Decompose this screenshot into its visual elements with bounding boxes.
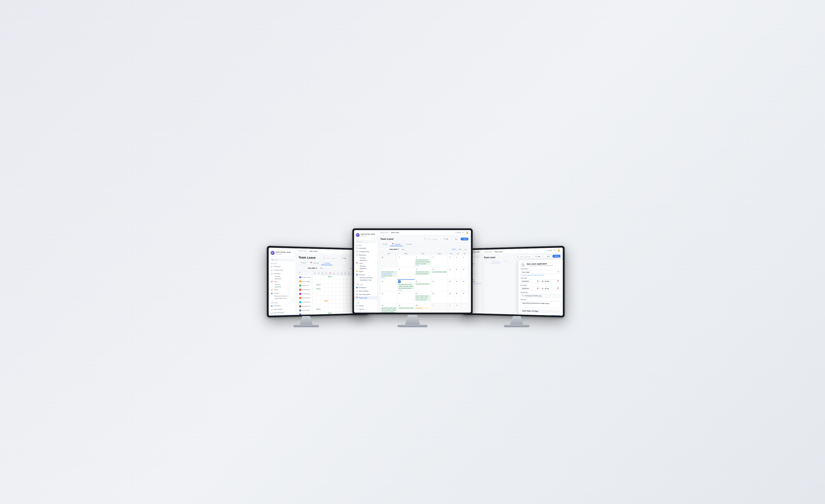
tl-event[interactable]: Annual Leave 02/07/2024 09:00 AM	[317, 284, 320, 286]
sidebar-item-setting-c[interactable]: ⚙ Setting	[354, 304, 377, 307]
tl-cell[interactable]	[340, 284, 343, 287]
sidebar-item-summary-c[interactable]: Summary	[358, 257, 377, 259]
tl-cell[interactable]	[343, 284, 347, 287]
cal-cell-jul8[interactable]: 8	[397, 267, 414, 279]
cal-cell-jul6[interactable]: 6	[461, 255, 468, 267]
tl-cell[interactable]	[328, 296, 332, 299]
bell-icon[interactable]: 🔔	[557, 249, 560, 251]
tl-cell[interactable]	[347, 311, 351, 315]
tl-cell[interactable]	[340, 280, 343, 283]
tl-cell[interactable]	[336, 280, 340, 283]
cal-event[interactable]: Annual Leave	[415, 307, 431, 309]
week-btn[interactable]: Week	[457, 248, 463, 250]
more-events[interactable]: +3 more	[398, 289, 414, 291]
tl-cell[interactable]	[343, 311, 347, 315]
tl-cell[interactable]	[347, 276, 351, 280]
tl-cell[interactable]	[328, 284, 332, 287]
cal-event[interactable]: SO TSZ LUN, JAMES	[415, 263, 431, 265]
tl-cell[interactable]	[343, 292, 347, 295]
cal-event[interactable]: YUAN KA CHEUNG, CHERIS	[398, 286, 414, 287]
tl-cell[interactable]	[316, 296, 320, 300]
cal-cell-jul24[interactable]: 24	[431, 291, 448, 303]
tab-timeline-c[interactable]: ≡ Timeline	[403, 242, 414, 246]
tl-cell[interactable]	[320, 275, 324, 279]
cal-cell-jul2[interactable]: 2 TSUI CHUN TUNG, JOEY YUAN KA CHEUNG, C…	[415, 255, 431, 267]
tl-cell[interactable]	[313, 288, 316, 292]
tl-cell[interactable]	[324, 304, 328, 308]
sidebar-item-news-c[interactable]: 📰 Company News	[354, 250, 377, 253]
tl-cell[interactable]	[324, 312, 328, 315]
cal-cell-jul3[interactable]: 3	[431, 255, 448, 267]
cal-event[interactable]: YUAN KA CHEUNG, CHERIS	[432, 271, 447, 273]
tl-cell[interactable]	[347, 292, 351, 295]
tl-cell[interactable]	[328, 304, 332, 308]
tl-cell[interactable]	[347, 284, 351, 287]
end-time-input[interactable]: 02 : 00 PM ⏰	[540, 287, 560, 290]
tl-cell[interactable]	[340, 292, 343, 295]
cal-event[interactable]: CHEUNG SIU CHUEN, KARIS	[381, 307, 397, 309]
cal-cell-jul13[interactable]: 13	[461, 267, 468, 279]
tl-cell[interactable]	[340, 275, 343, 279]
tab-tl-r[interactable]: ≡ Timeline	[501, 260, 509, 263]
sidebar-item-payroll-c[interactable]: 💰 Payroll	[354, 270, 377, 273]
tl-cell[interactable]	[332, 280, 336, 283]
tl-cell[interactable]	[316, 312, 320, 315]
sidebar-item-dashboard-c[interactable]: ⊞ Dashboard	[354, 246, 377, 250]
cal-cell-jul22[interactable]: 22	[397, 291, 414, 303]
sidebar-item-dashboard[interactable]: ⊞ Dashboard	[269, 265, 296, 269]
next-button[interactable]: ›	[303, 266, 307, 270]
sidebar-item-org-chart[interactable]: Organization Chart	[273, 297, 296, 299]
cal-cell-jun30[interactable]: 30	[380, 255, 397, 267]
cal-event[interactable]: HUI PIK MING, KENNETH	[398, 287, 414, 289]
tl-cell[interactable]	[324, 284, 328, 287]
tl-cell[interactable]	[332, 296, 336, 299]
today-button[interactable]: Today	[318, 267, 324, 269]
tl-cell[interactable]	[316, 280, 320, 283]
tl-event[interactable]: Annual Leave 02/07/2024 09:00 AM	[317, 288, 320, 290]
cal-cell-jul21[interactable]: 21	[380, 291, 397, 303]
tl-event[interactable]: Birthday Leave 04/07/2024 09:00 AM	[324, 300, 328, 302]
tl-cell[interactable]	[324, 275, 328, 279]
tl-cell[interactable]	[313, 308, 316, 312]
tl-event[interactable]: Annual Leave 05/07/2024 09:00 AM	[328, 312, 332, 314]
tl-cell[interactable]	[340, 311, 343, 315]
cal-event[interactable]: CHAN YU WING, ALLEN	[381, 271, 397, 273]
tl-cell[interactable]	[336, 308, 340, 311]
cal-cell-jul12[interactable]: 12	[455, 267, 461, 279]
cal-cell-jul28[interactable]: 28 CHEUNG SIU CHUEN, KARIS YUAN KA CHEUN…	[380, 303, 397, 312]
cal-cell-aug4[interactable]	[461, 303, 468, 312]
tl-cell[interactable]	[332, 300, 336, 303]
next-btn[interactable]: ›	[385, 247, 388, 251]
sidebar-item-app-c[interactable]: Application	[358, 259, 377, 262]
cal-cell-jul1[interactable]: 1	[397, 255, 414, 267]
sidebar-item-leave[interactable]: 📅 Leave ▾	[269, 280, 296, 284]
tab-calendar[interactable]: 📅 Calendar	[308, 261, 321, 265]
sort-r[interactable]: ↕ Sort	[543, 255, 552, 258]
user-profile[interactable]: CK CHAN TSZ WAL, KEVIN HR Manager	[269, 249, 296, 257]
tl-cell[interactable]	[313, 280, 316, 283]
tl-cell[interactable]	[324, 308, 328, 312]
filter-r[interactable]: ⊟ Filter	[533, 255, 543, 258]
sidebar-item-leave-application[interactable]: Application	[273, 286, 296, 288]
cal-cell-jul15-today[interactable]: 15 TSUI CHUN TUNG, JOEY YUAN KA CHEUNG, …	[397, 279, 414, 291]
tl-cell[interactable]	[340, 308, 343, 311]
tl-cell[interactable]	[347, 307, 351, 311]
cal-cell-aug3[interactable]: 3	[455, 303, 461, 312]
tl-cell[interactable]	[343, 303, 347, 307]
tl-cell[interactable]	[332, 284, 336, 287]
cal-event[interactable]: HUI PIK MING, KENNETH	[381, 311, 397, 312]
cal-event[interactable]: HUI PIK MING, KENNETH	[415, 273, 431, 275]
cal-event[interactable]: CHEUNG SIU CHUEN, KARIS	[398, 307, 414, 309]
tl-cell[interactable]	[347, 295, 351, 299]
cal-cell-jul11[interactable]: 11	[448, 267, 455, 279]
cal-cell-jul7[interactable]: 7 CHAN YU WING, ALLEN LUI HOI YEE, ALICE…	[380, 267, 397, 279]
tl-cell[interactable]	[340, 287, 343, 291]
cal-cell-jul30[interactable]: 30 Annual Leave	[415, 303, 431, 312]
cal-event[interactable]: LUI HOI YEE, ALICE	[415, 299, 431, 301]
file-upload-input[interactable]: 📎 doctorpaper20240601.png	[521, 294, 560, 298]
tl-cell[interactable]	[336, 284, 340, 287]
tl-cell[interactable]	[336, 303, 340, 307]
cal-cell-jul23[interactable]: 23 CHAN YU WING, ALLEN CHAN YU WING, ALL…	[415, 291, 431, 303]
cal-cell-jul18[interactable]: 18	[448, 279, 455, 291]
tl-cell[interactable]	[324, 296, 328, 300]
